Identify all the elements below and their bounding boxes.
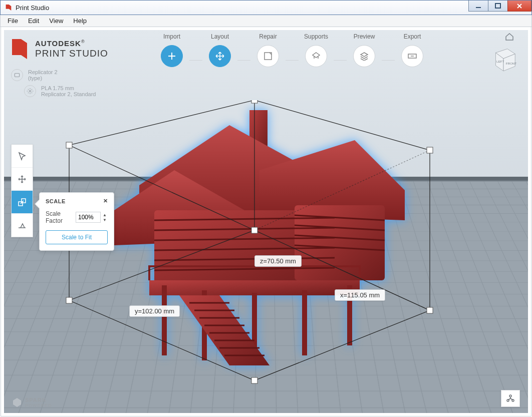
step-export[interactable]: Export — [395, 33, 430, 67]
left-toolbar — [11, 144, 33, 237]
layers-icon — [360, 52, 369, 61]
dimension-x: x=115.05 mm — [335, 289, 385, 301]
window-maximize-button[interactable] — [488, 1, 508, 12]
material-profile: Replicator 2, Standard — [41, 91, 96, 97]
menu-help[interactable]: Help — [68, 16, 92, 26]
home-icon[interactable] — [505, 32, 514, 43]
svg-marker-57 — [13, 398, 21, 407]
svg-rect-2 — [249, 110, 268, 155]
tool-move[interactable] — [12, 168, 33, 191]
client-area: z=70.50 mm x=115.05 mm y=102.00 mm AUTOD… — [1, 27, 531, 416]
brand: AUTODESK® PRINT STUDIO — [11, 38, 108, 60]
printer-name: Replicator 2 — [28, 69, 58, 75]
scene-graph-button[interactable] — [501, 390, 520, 407]
step-import[interactable]: Import — [154, 33, 189, 67]
svg-text:LEFT: LEFT — [496, 60, 504, 63]
printer-meta: Replicator 2 (type) PLA 1.75 mm Replicat… — [11, 69, 96, 101]
brand-line1: AUTODESK — [35, 40, 81, 48]
window-titlebar: Print Studio — [0, 0, 532, 15]
close-icon[interactable]: ✕ — [103, 198, 108, 204]
dimension-y: y=102.00 mm — [129, 305, 180, 317]
brand-logo-icon — [11, 38, 28, 60]
scale-panel: SCALE ✕ Scale Factor ▲ ▼ Scale to Fit — [39, 192, 114, 251]
gear-icon[interactable] — [24, 85, 36, 97]
svg-rect-44 — [427, 147, 433, 153]
spin-up[interactable]: ▲ — [102, 212, 108, 217]
tool-select[interactable] — [12, 145, 33, 168]
printer-type: (type) — [28, 75, 58, 81]
scale-to-fit-button[interactable]: Scale to Fit — [46, 230, 108, 244]
window-title: Print Studio — [16, 4, 49, 12]
svg-rect-43 — [251, 100, 257, 103]
cursor-icon — [18, 152, 27, 161]
step-preview[interactable]: Preview — [347, 33, 382, 67]
brand-line2: PRINT STUDIO — [35, 49, 108, 59]
move-icon — [215, 51, 225, 61]
scale-factor-label: Scale Factor — [46, 210, 76, 224]
plus-icon — [167, 51, 177, 61]
move-icon — [18, 175, 27, 184]
spin-down[interactable]: ▼ — [102, 217, 108, 222]
supports-icon — [312, 52, 321, 61]
tree-icon — [506, 394, 515, 402]
svg-point-47 — [29, 90, 31, 92]
tool-place[interactable] — [12, 214, 33, 237]
spark-badge: SPARK POWERED — [12, 397, 52, 408]
svg-rect-46 — [15, 74, 19, 77]
view-cube[interactable]: LEFT FRONT — [488, 43, 519, 74]
svg-text:FRONT: FRONT — [506, 62, 517, 65]
scale-factor-input[interactable] — [76, 212, 101, 223]
scale-icon — [18, 198, 27, 207]
menu-bar: File Edit View Help — [0, 15, 532, 27]
window-minimize-button[interactable] — [468, 1, 488, 12]
scale-title: SCALE — [46, 198, 66, 204]
viewport-3d[interactable]: z=70.50 mm x=115.05 mm y=102.00 mm AUTOD… — [4, 30, 528, 413]
svg-rect-0 — [476, 7, 481, 8]
svg-point-58 — [509, 395, 511, 397]
step-repair[interactable]: Repair — [250, 33, 286, 67]
spark-icon — [12, 397, 22, 407]
workflow-steps: Import Layout Repair Supports Preview — [154, 33, 430, 67]
menu-view[interactable]: View — [44, 16, 68, 26]
dimension-z: z=70.50 mm — [254, 255, 302, 267]
svg-rect-42 — [66, 142, 72, 148]
export-icon — [407, 52, 417, 60]
window-close-button[interactable] — [507, 1, 531, 12]
tool-scale[interactable] — [12, 191, 33, 214]
svg-rect-1 — [495, 4, 500, 8]
printer-icon[interactable] — [11, 69, 23, 81]
repair-icon — [263, 52, 273, 61]
app-icon — [5, 4, 13, 12]
menu-edit[interactable]: Edit — [23, 16, 44, 26]
material-name: PLA 1.75 mm — [41, 85, 96, 91]
menu-file[interactable]: File — [3, 16, 23, 26]
step-layout[interactable]: Layout — [202, 33, 237, 67]
place-icon — [18, 221, 27, 230]
step-supports[interactable]: Supports — [299, 33, 334, 67]
